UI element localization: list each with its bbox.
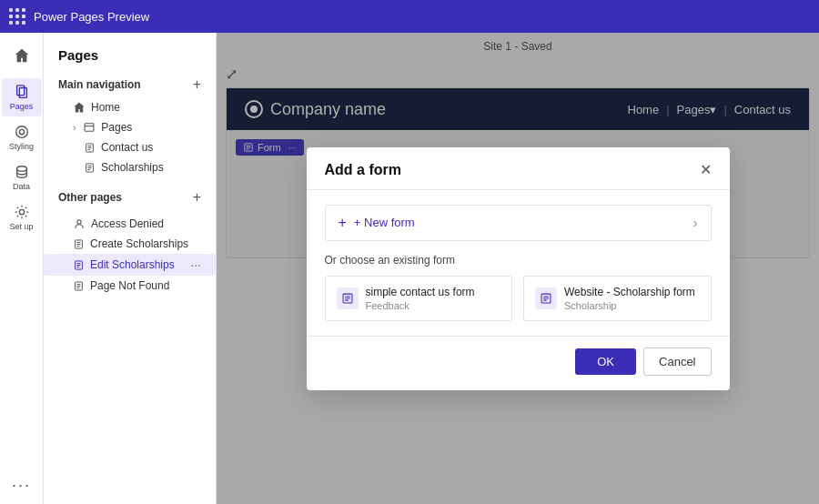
new-form-row[interactable]: + + New form › — [325, 205, 712, 241]
form-card-1[interactable]: Website - Scholarship form Scholarship — [523, 276, 712, 321]
cancel-button[interactable]: Cancel — [643, 348, 711, 376]
modal-close-button[interactable]: ✕ — [700, 163, 712, 177]
form-card-0[interactable]: simple contact us form Feedback — [325, 276, 513, 321]
svg-point-9 — [77, 220, 81, 224]
form-card-0-icon — [337, 287, 359, 309]
plus-icon: + — [339, 215, 347, 231]
other-pages-label: Other pages — [58, 191, 122, 204]
main-navigation-header: Main navigation + — [44, 72, 216, 97]
svg-rect-1 — [19, 88, 26, 98]
chevron-icon: › — [73, 123, 76, 133]
sidebar-item-styling[interactable]: Styling — [2, 118, 42, 156]
edit-scholarships-more-icon[interactable]: ··· — [190, 257, 201, 272]
other-pages-header: Other pages + — [44, 185, 216, 210]
nav-item-edit-scholarships-label: Edit Scholarships — [90, 258, 175, 271]
main-navigation-label: Main navigation — [58, 78, 141, 91]
form-card-1-text: Website - Scholarship form Scholarship — [564, 286, 695, 311]
modal-overlay: Add a form ✕ + + New form › Or choose an… — [217, 33, 819, 504]
home-icon-btn[interactable] — [2, 40, 42, 71]
add-main-nav-button[interactable]: + — [193, 77, 201, 92]
nav-item-pages-label: Pages — [101, 121, 132, 134]
more-options-icon[interactable]: ··· — [12, 476, 31, 495]
add-other-page-button[interactable]: + — [193, 190, 201, 205]
sidebar-item-pages-label: Pages — [10, 102, 34, 111]
new-form-text: + New form — [354, 216, 415, 229]
nav-item-access-denied-label: Access Denied — [91, 217, 164, 230]
sidebar-item-data[interactable]: Data — [2, 158, 42, 197]
svg-point-5 — [19, 209, 24, 214]
icon-sidebar: Pages Styling Data Set up ··· — [0, 33, 44, 504]
nav-item-page-not-found-label: Page Not Found — [90, 279, 169, 292]
modal-body: + + New form › Or choose an existing for… — [307, 190, 730, 336]
nav-item-page-not-found[interactable]: Page Not Found — [44, 276, 216, 296]
new-form-label: + + New form — [339, 215, 415, 231]
nav-item-contact-us[interactable]: Contact us — [44, 137, 216, 157]
app-grid-icon[interactable] — [9, 8, 26, 25]
nav-item-create-scholarships[interactable]: Create Scholarships — [44, 234, 216, 254]
nav-item-pages[interactable]: › Pages — [44, 117, 216, 137]
form-card-1-sub: Scholarship — [564, 300, 695, 311]
sidebar-item-pages[interactable]: Pages — [2, 78, 42, 116]
svg-point-2 — [15, 126, 27, 138]
sidebar-item-styling-label: Styling — [9, 142, 34, 151]
form-card-0-name: simple contact us form — [366, 286, 475, 298]
new-form-chevron-right: › — [693, 216, 698, 230]
sidebar-item-setup-label: Set up — [9, 222, 33, 231]
form-card-1-name: Website - Scholarship form — [564, 286, 695, 298]
main-area: Site 1 - Saved ⤢ Company name Home | Pag… — [217, 33, 819, 504]
sidebar-item-data-label: Data — [13, 182, 30, 191]
modal-footer: OK Cancel — [307, 336, 730, 390]
form-card-0-text: simple contact us form Feedback — [366, 286, 475, 311]
ok-button[interactable]: OK — [575, 348, 636, 375]
add-form-modal: Add a form ✕ + + New form › Or choose an… — [307, 147, 730, 390]
modal-title: Add a form — [325, 162, 401, 178]
svg-point-4 — [16, 166, 26, 171]
existing-form-label: Or choose an existing form — [325, 254, 712, 267]
pages-panel-title: Pages — [44, 33, 216, 72]
app-title: Power Pages Preview — [34, 10, 149, 24]
nav-item-scholarships-label: Scholarships — [101, 161, 164, 174]
nav-item-home-label: Home — [91, 101, 120, 114]
nav-item-create-scholarships-label: Create Scholarships — [90, 237, 188, 250]
nav-item-home[interactable]: Home — [44, 97, 216, 117]
modal-header: Add a form ✕ — [307, 147, 730, 190]
form-cards: simple contact us form Feedback Website … — [325, 276, 712, 321]
svg-point-3 — [19, 129, 24, 134]
svg-rect-0 — [16, 86, 24, 96]
main-layout: Pages Styling Data Set up ··· Pages Main… — [0, 33, 819, 504]
nav-item-scholarships[interactable]: Scholarships — [44, 157, 216, 177]
nav-item-contact-us-label: Contact us — [101, 141, 153, 154]
nav-item-access-denied[interactable]: Access Denied — [44, 214, 216, 234]
svg-rect-6 — [85, 124, 94, 131]
form-card-1-icon — [535, 287, 557, 309]
pages-panel: Pages Main navigation + Home › Pages Con… — [44, 33, 217, 504]
form-card-0-sub: Feedback — [366, 300, 475, 311]
nav-item-edit-scholarships[interactable]: Edit Scholarships ··· — [44, 254, 216, 276]
top-bar: Power Pages Preview — [0, 0, 819, 33]
sidebar-item-setup[interactable]: Set up — [2, 198, 42, 237]
